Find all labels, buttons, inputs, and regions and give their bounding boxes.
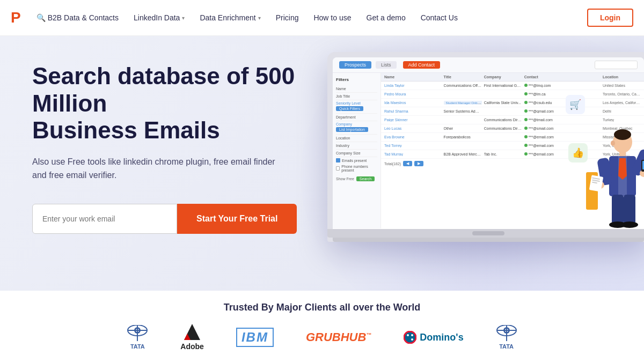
trusted-logos-row: TATA Adobe IBM GRUBHUB™ [127, 324, 517, 351]
col-company: Company [484, 75, 522, 79]
phone-numbers-checkbox[interactable]: Phone numbers present [336, 164, 377, 173]
hero-title: Search database of 500 Million Business … [32, 63, 333, 144]
filter-name[interactable]: Name [336, 85, 377, 93]
email-input[interactable] [32, 204, 177, 234]
add-contact-button[interactable]: Add Contact [403, 61, 441, 69]
hero-subtitle: Also use Free tools like linkedin chrome… [32, 155, 290, 182]
navbar: P 🔍 B2B Data & Contacts LinkedIn Data ▾ … [0, 0, 644, 36]
svg-point-30 [407, 334, 409, 336]
logo[interactable]: P [11, 9, 20, 26]
logo-ibm: IBM [236, 328, 274, 347]
tata-label-2: TATA [499, 343, 514, 350]
chevron-down-icon: ▾ [182, 15, 185, 21]
col-title: Title [444, 75, 482, 79]
table-row: Ida Maestros Student Manager Onboarded C… [381, 99, 644, 107]
table-row: Linda Taylor Communications Officer Firs… [381, 82, 644, 90]
lists-tab[interactable]: Lists [376, 61, 397, 69]
tata-label: TATA [130, 343, 145, 350]
nav-pricing[interactable]: Pricing [276, 13, 299, 22]
laptop-notch [472, 231, 504, 235]
logo-dominos: Domino's [404, 331, 463, 344]
hero-section: Search database of 500 Million Business … [0, 36, 644, 291]
table-row: Paige Skinner Communications Direct ***@… [381, 116, 644, 124]
nav-b2b-data[interactable]: 🔍 B2B Data & Contacts [36, 13, 119, 22]
table-header: Name Title Company Contact Location [381, 73, 644, 82]
trusted-section: Trusted By Major Clients all over the Wo… [0, 291, 644, 362]
logo-grubhub: GRUBHUB™ [306, 330, 371, 344]
adobe-label: Adobe [180, 342, 204, 351]
logo-adobe: Adobe [180, 324, 204, 351]
ibm-label: IBM [236, 328, 274, 347]
svg-point-16 [621, 221, 638, 228]
businessman-illustration [580, 125, 644, 234]
svg-point-1 [614, 129, 631, 140]
filter-job-title[interactable]: Job Title [336, 93, 377, 100]
hero-left: Search database of 500 Million Business … [32, 63, 333, 234]
grubhub-label: GRUBHUB™ [306, 330, 371, 344]
tata-icon [127, 325, 148, 341]
filter-company[interactable]: Company List Importation [336, 121, 377, 135]
shopping-cart-float: 🛒 [566, 95, 585, 114]
col-contact: Contact [524, 75, 601, 79]
shopping-cart-icon: 🛒 [566, 95, 585, 114]
col-location: Location [603, 75, 641, 79]
filter-company-size[interactable]: Company Size [336, 150, 377, 157]
hero-form: Start Your Free Trial [32, 204, 333, 234]
svg-point-2 [611, 141, 615, 146]
prospects-tab[interactable]: Prospects [339, 61, 371, 69]
trusted-title: Trusted By Major Clients all over the Wo… [224, 302, 421, 313]
nav-linkedin-data[interactable]: LinkedIn Data ▾ [134, 13, 185, 22]
nav-data-enrichment[interactable]: Data Enrichment ▾ [200, 13, 260, 22]
logo-tata-2: TATA [496, 325, 517, 350]
dominos-icon [404, 331, 416, 344]
screen-header: Prospects Lists Add Contact [333, 57, 644, 73]
logo-tata-1: TATA [127, 325, 148, 350]
search-icon: 🔍 [36, 13, 46, 22]
svg-rect-13 [612, 195, 624, 224]
svg-rect-3 [619, 151, 626, 156]
next-page-button[interactable]: ▶ [414, 161, 423, 166]
login-button[interactable]: Login [587, 9, 633, 27]
filter-industry[interactable]: Industry [336, 142, 377, 150]
svg-marker-6 [618, 158, 627, 180]
nav-how-to-use[interactable]: How to use [313, 13, 351, 22]
adobe-icon [184, 324, 200, 340]
filters-title: Filters [336, 77, 377, 82]
col-name: Name [384, 75, 442, 79]
screen-search-input[interactable] [595, 61, 638, 69]
prev-page-button[interactable]: ◀ [403, 161, 412, 166]
nav-contact-us[interactable]: Contact Us [421, 13, 458, 22]
tata-icon-2 [496, 325, 517, 341]
table-row: Rahul Sharma Senior Systems Admin. ***@g… [381, 107, 644, 116]
nav-get-demo[interactable]: Get a demo [367, 13, 406, 22]
svg-point-32 [411, 334, 413, 336]
cta-button[interactable]: Start Your Free Trial [177, 204, 297, 234]
thumbs-up-float: 👍 [568, 143, 588, 162]
screen-filters-sidebar: Filters Name Job Title Seniority Level Q… [333, 73, 381, 228]
thumbs-up-icon: 👍 [568, 143, 588, 162]
filter-location[interactable]: Location [336, 135, 377, 142]
laptop-base [333, 238, 644, 242]
svg-point-31 [411, 338, 413, 341]
laptop-mockup: Prospects Lists Add Contact Filters Name… [327, 52, 644, 242]
nav-links: 🔍 B2B Data & Contacts LinkedIn Data ▾ Da… [36, 13, 587, 22]
filter-seniority[interactable]: Seniority Level Quick Filters [336, 100, 377, 114]
chevron-down-icon: ▾ [258, 15, 261, 21]
filter-department[interactable]: Department [336, 114, 377, 121]
table-row: Pedro Moura ***@lm.ca Toronto, Ontario, … [381, 90, 644, 99]
svg-rect-14 [624, 195, 635, 224]
dominos-label: Domino's [420, 332, 463, 343]
emails-present-checkbox[interactable]: Emails present [336, 157, 377, 164]
